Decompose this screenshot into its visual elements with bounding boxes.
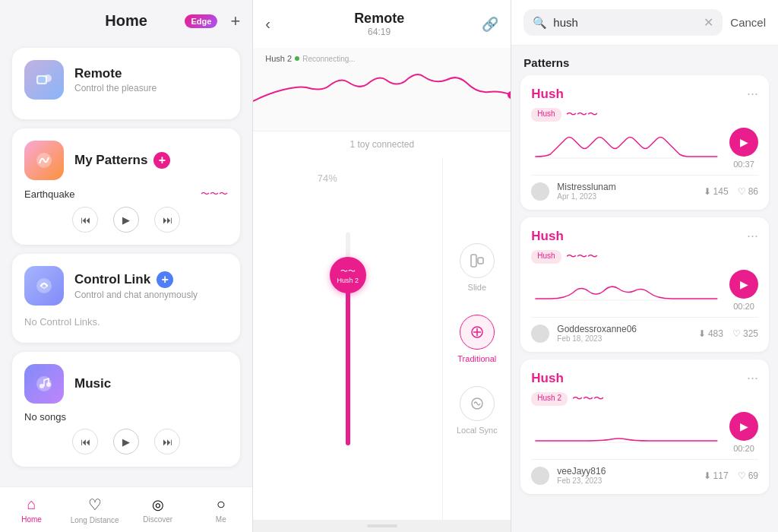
search-icon: 🔍 [533, 16, 547, 30]
pattern-2-duration: 00:20 [733, 302, 754, 311]
pattern-1-duration: 00:37 [733, 160, 754, 169]
mode-panel: Slide Traditional Loca [442, 157, 511, 520]
thumb-wave-icon: 〜〜 [340, 266, 356, 277]
slider-track[interactable]: 〜〜 Hush 2 [346, 233, 350, 445]
pattern-1-date: Apr 1, 2023 [557, 192, 695, 201]
remote-icon [24, 60, 64, 100]
pattern-card-2: Hush ··· Hush 〜〜〜 ▶ 00:20 [520, 217, 769, 352]
pattern-3-date: Feb 23, 2023 [557, 477, 695, 485]
add-pattern-button[interactable]: + [153, 152, 170, 169]
pattern-1-avatar [531, 182, 549, 201]
nav-home-label: Home [21, 515, 42, 524]
patterns-section-label: Patterns [511, 46, 778, 75]
home-panel: Home Edge + Remote Control the pleasure [0, 0, 253, 532]
slider-thumb[interactable]: 〜〜 Hush 2 [330, 257, 366, 293]
control-link-subtitle: Control and chat anonymously [74, 290, 198, 300]
pattern-1-tags: Hush 〜〜〜 [531, 108, 758, 122]
link-icon[interactable]: 🔗 [482, 16, 498, 33]
pattern-1-play-button[interactable]: ▶ [729, 128, 758, 157]
music-next-button[interactable]: ⏭ [154, 429, 180, 454]
pattern-2-play-button[interactable]: ▶ [729, 270, 758, 299]
music-row: No songs [24, 411, 228, 423]
heart-icon: ♡ [738, 186, 746, 197]
pattern-1-stats: ⬇ 145 ♡ 86 [704, 186, 758, 197]
mode-traditional[interactable]: Traditional [457, 315, 496, 363]
pattern-row: Earthquake 〜〜〜 [24, 188, 228, 201]
pattern-2-stats: ⬇ 483 ♡ 325 [698, 328, 758, 339]
svg-rect-2 [38, 77, 46, 83]
patterns-card-header: My Patterns + [24, 141, 228, 180]
pattern-1-footer: Mistresslunam Apr 1, 2023 ⬇ 145 ♡ 86 [531, 182, 758, 201]
pattern-3-tag: Hush 2 [531, 392, 568, 406]
no-control-links: No Control Links. [24, 313, 228, 331]
music-card-header: Music [24, 364, 228, 404]
patterns-card-title: My Patterns + [74, 152, 170, 169]
remote-title-wrap: Remote 64:19 [277, 11, 482, 37]
pattern-player-controls: ⏮ ▶ ⏭ [24, 207, 228, 233]
search-header: 🔍 ✕ Cancel [511, 0, 778, 46]
svg-rect-10 [478, 258, 483, 264]
music-title-wrap: Music [74, 376, 111, 391]
prev-button[interactable]: ⏮ [72, 207, 98, 233]
pattern-2-more[interactable]: ··· [747, 228, 758, 244]
remote-card[interactable]: Remote Control the pleasure [12, 48, 240, 119]
pattern-2-username: Goddessroxanne06 [557, 324, 691, 334]
traditional-mode-icon [460, 315, 495, 350]
nav-discover[interactable]: ◎ Discover [126, 490, 189, 530]
pattern-3-more[interactable]: ··· [747, 370, 758, 386]
patterns-list: Hush ··· Hush 〜〜〜 ▶ 00:37 [511, 75, 778, 532]
me-icon: ○ [217, 496, 226, 513]
pattern-3-likes: ♡ 69 [738, 470, 758, 481]
slide-mode-label: Slide [468, 283, 486, 292]
bottom-nav: ⌂ Home ♡ Long Distance ◎ Discover ○ Me [0, 486, 252, 532]
next-button[interactable]: ⏭ [154, 207, 180, 233]
pattern-3-play-button[interactable]: ▶ [729, 412, 758, 441]
back-button[interactable]: ‹ [265, 15, 270, 33]
remote-header: ‹ Remote 64:19 🔗 [253, 0, 511, 48]
remote-title-wrap: Remote Control the pleasure [74, 66, 157, 93]
patterns-card[interactable]: My Patterns + Earthquake 〜〜〜 ⏮ ▶ ⏭ [12, 128, 240, 245]
search-input[interactable] [553, 16, 697, 29]
reconnect-label: Hush 2 Reconnecting... [265, 54, 355, 63]
home-title: Home [105, 12, 147, 30]
pattern-1-title: Hush [531, 87, 747, 102]
pattern-3-wave-tag: 〜〜〜 [572, 392, 604, 406]
music-card[interactable]: Music No songs ⏮ ▶ ⏭ [12, 352, 240, 467]
toy-connected-label: 1 toy connected [253, 131, 511, 157]
cancel-search-button[interactable]: Cancel [730, 16, 766, 29]
music-prev-button[interactable]: ⏮ [72, 429, 98, 454]
pattern-3-title: Hush [531, 371, 747, 386]
remote-card-header: Remote Control the pleasure [24, 60, 228, 100]
home-header: Home Edge + [0, 0, 252, 42]
pattern-2-likes: ♡ 325 [732, 328, 758, 339]
control-link-title-wrap: Control Link + Control and chat anonymou… [74, 271, 198, 300]
mode-slide[interactable]: Slide [460, 243, 495, 292]
music-play-button[interactable]: ▶ [113, 429, 139, 454]
nav-long-distance[interactable]: ♡ Long Distance [63, 489, 126, 530]
nav-home[interactable]: ⌂ Home [0, 489, 63, 530]
download-icon-2: ⬇ [698, 328, 706, 339]
pattern-3-footer: veeJayy816 Feb 23, 2023 ⬇ 117 ♡ 69 [531, 466, 758, 485]
control-link-icon [24, 266, 64, 306]
bottom-indicator [367, 524, 397, 527]
control-link-card[interactable]: Control Link + Control and chat anonymou… [12, 254, 240, 343]
add-button[interactable]: + [230, 11, 240, 31]
patterns-icon [24, 141, 64, 180]
slide-mode-icon [460, 243, 495, 278]
pattern-card-3: Hush ··· Hush 2 〜〜〜 ▶ 00:20 [520, 359, 769, 494]
mode-local-sync[interactable]: Local Sync [457, 386, 498, 435]
play-button[interactable]: ▶ [113, 207, 139, 233]
pattern-1-wave-tag: 〜〜〜 [566, 108, 598, 122]
clear-search-button[interactable]: ✕ [704, 15, 713, 30]
nav-me[interactable]: ○ Me [189, 489, 252, 530]
pattern-1-more[interactable]: ··· [747, 86, 758, 102]
music-card-title: Music [74, 376, 111, 391]
pattern-1-downloads: ⬇ 145 [704, 186, 729, 197]
slider-area: 74% 〜〜 Hush 2 Slide [253, 157, 511, 520]
search-panel: 🔍 ✕ Cancel Patterns Hush ··· Hush 〜〜〜 [511, 0, 778, 532]
pattern-3-username: veeJayy816 [557, 466, 695, 477]
svg-point-7 [46, 382, 51, 387]
nav-me-label: Me [216, 515, 226, 524]
add-control-link-button[interactable]: + [157, 271, 173, 288]
local-sync-mode-icon [460, 386, 495, 421]
